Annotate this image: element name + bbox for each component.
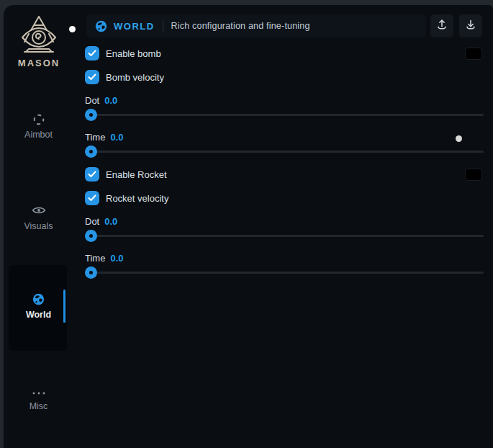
checkbox-rocket-velocity[interactable] [85,191,99,205]
cursor-dot [456,135,462,142]
slider-track[interactable] [85,151,484,153]
slider-value: 0.0 [110,132,123,143]
color-swatch[interactable] [465,48,482,60]
color-swatch[interactable] [465,169,482,181]
slider-value: 0.0 [104,216,117,227]
slider-handle[interactable] [85,145,97,158]
slider-dot[interactable] [85,230,484,242]
toggle-row: Enable bomb [85,46,484,61]
slider-dot[interactable] [85,109,484,121]
toggle-label: Rocket velocity [106,193,168,204]
checkbox-enable-bomb[interactable] [85,46,99,61]
page-header: WORLD Rich configuration and fine-tuning [86,14,426,37]
globe-icon [9,293,68,308]
toggle-row: Rocket velocity [85,191,484,205]
mason-pyramid-eye-logo-icon [9,14,68,55]
check-icon [88,168,96,181]
upload-button[interactable] [430,14,453,37]
check-icon [88,71,96,84]
sidebar-item-world[interactable]: World [9,293,68,320]
checkbox-enable-rocket[interactable] [85,167,99,182]
slider-name: Dot [85,216,99,227]
screenshot-stage: MASON AimbotVisualsWorldMisc WORLD Rich … [0,0,493,448]
app-logo: MASON [9,14,68,68]
slider-value: 0.0 [104,95,117,106]
slider-time[interactable] [85,145,484,158]
download-icon [464,18,477,34]
toggle-label: Bomb velocity [106,72,164,83]
toggle-label: Enable bomb [106,48,161,59]
header-divider [163,19,163,32]
slider-time[interactable] [85,266,484,279]
toggle-row: Bomb velocity [85,70,484,84]
slider-name: Time [85,132,105,143]
sidebar-item-misc[interactable]: Misc [9,385,68,411]
eye-icon [9,205,68,219]
globe-icon [95,20,107,32]
slider-handle-dot [89,234,93,238]
slider-label-row: Dot0.0 [85,95,484,106]
sidebar-item-visuals[interactable]: Visuals [9,205,68,231]
check-icon [88,47,96,60]
slider-handle-dot [89,150,93,153]
sidebar-item-label: Misc [9,401,68,411]
sidebar-item-label: World [9,310,68,320]
slider-value: 0.0 [110,253,123,264]
app-window: MASON AimbotVisualsWorldMisc WORLD Rich … [4,5,493,448]
sidebar-item-aimbot[interactable]: Aimbot [9,113,68,140]
toggle-row: Enable Rocket [85,167,484,182]
brand-name: MASON [9,58,68,68]
slider-handle-dot [89,113,93,117]
ellipsis-icon [9,385,68,399]
slider-label-row: Dot0.0 [85,216,484,227]
upload-icon [435,18,448,34]
crosshair-icon [9,113,68,127]
page-title: WORLD [114,21,155,32]
slider-label-row: Time0.0 [85,132,484,143]
sidebar-item-label: Aimbot [9,130,68,140]
sidebar-item-label: Visuals [9,221,68,231]
slider-handle-dot [89,271,93,274]
checkbox-bomb-velocity[interactable] [85,70,99,84]
slider-name: Dot [85,95,99,106]
slider-handle[interactable] [85,230,97,242]
download-button[interactable] [459,14,482,37]
settings-panel: Enable bombBomb velocityDot0.0Time0.0Ena… [85,37,484,279]
slider-handle[interactable] [85,266,97,279]
slider-track[interactable] [85,235,484,237]
page-subtitle: Rich configuration and fine-tuning [171,21,310,31]
check-icon [88,192,96,205]
slider-handle[interactable] [85,109,97,121]
slider-name: Time [85,253,105,264]
slider-track[interactable] [85,272,484,274]
slider-track[interactable] [85,114,484,116]
toggle-label: Enable Rocket [106,169,167,180]
cursor-dot [69,26,76,32]
slider-label-row: Time0.0 [85,253,484,264]
